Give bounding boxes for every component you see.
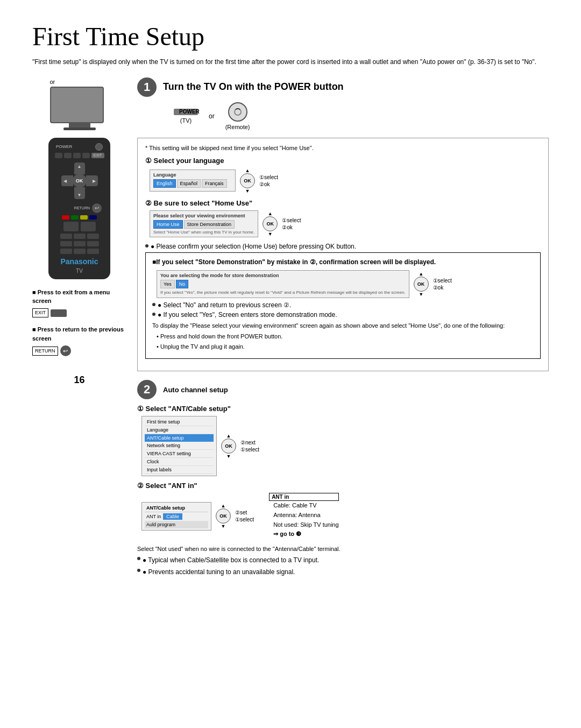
- ant-in-screen-title: ANT/Cable setup: [145, 504, 208, 512]
- cable-value: Cable: [163, 513, 182, 520]
- lang-english[interactable]: English: [153, 179, 176, 188]
- lang-nav: ▲ OK ▼: [240, 168, 255, 194]
- ant-in-ok-button[interactable]: OK: [216, 508, 231, 524]
- homeuse-select-ok-labels: ①select ②ok: [282, 217, 301, 230]
- menu-item-input-labels: Input labels: [145, 466, 214, 474]
- store-demo-note: If you select "Yes", the picture mode wi…: [160, 290, 406, 295]
- dpad-right[interactable]: ▶: [86, 175, 98, 186]
- ant-next-label: ②next: [240, 440, 259, 446]
- yes-option[interactable]: Yes: [160, 280, 175, 288]
- remote-brand: Panasonic: [60, 257, 98, 266]
- sub-step-homeuse: ② Be sure to select "Home Use" Please se…: [145, 199, 541, 237]
- sub-step-ant-cable-title: ① Select "ANT/Cable setup": [137, 405, 549, 413]
- indent-1: • Press and hold down the front POWER bu…: [157, 333, 534, 341]
- lang-francais[interactable]: Français: [202, 179, 227, 188]
- auto-program-row: Auld program: [145, 521, 208, 528]
- no-option[interactable]: No: [176, 280, 189, 288]
- remote-btn-m1[interactable]: [60, 234, 72, 239]
- sub-step-ant-in: ② Select "ANT in" ANT/Cable setup ANT in…: [137, 482, 549, 539]
- power-illustrations: POWER (TV) or (Remote): [163, 102, 549, 130]
- store-up-arrow-icon: ▲: [419, 271, 423, 277]
- remote-mid-row: [53, 234, 106, 239]
- lang-ok-button[interactable]: OK: [240, 173, 255, 188]
- step2-header: 2 Auto channel setup: [137, 380, 549, 399]
- remote-power-btn-illus: (Remote): [225, 102, 250, 130]
- remote-bottom-row: [53, 249, 106, 254]
- intro-text: "First time setup" is displayed only whe…: [32, 58, 549, 67]
- remote-btn-4[interactable]: [82, 153, 90, 158]
- dpad-left[interactable]: ◀: [61, 175, 73, 186]
- remote-btn-m3[interactable]: [87, 234, 99, 239]
- homeuse-up-arrow-icon: ▲: [268, 211, 273, 216]
- store-demo-screen-title: You are selecting the mode for store dem…: [160, 273, 406, 278]
- yellow-button[interactable]: [80, 215, 88, 220]
- exit-box-label: EXIT: [32, 308, 48, 318]
- red-button[interactable]: [62, 215, 69, 220]
- store-bullet2-text: ● If you select "Yes", Screen enters sto…: [158, 311, 337, 319]
- dpad-down[interactable]: ▼: [74, 187, 85, 199]
- remote-btn-l3[interactable]: [87, 241, 99, 246]
- right-arrow-icon: ▶: [93, 178, 96, 183]
- power-word: POWER: [179, 109, 200, 115]
- store-ok-button[interactable]: OK: [414, 277, 429, 292]
- tv-stand: [69, 123, 90, 128]
- language-mockup-row: Language English Español Français ▲ OK ▼: [150, 168, 541, 194]
- dpad-up[interactable]: ▲: [74, 162, 85, 174]
- green-button[interactable]: [71, 215, 79, 220]
- step1-title: Turn the TV On with the POWER button: [163, 81, 344, 93]
- return-note-content: RETURN ↩: [32, 344, 126, 356]
- ok-button[interactable]: OK: [73, 174, 87, 188]
- or-label-power: or: [209, 112, 215, 120]
- remote-btn-1[interactable]: [55, 153, 62, 158]
- remote-control: POWER EXIT ▲ ▼ ◀ ▶ OK RETURN: [48, 138, 110, 279]
- remote-btn-l1[interactable]: [60, 241, 72, 246]
- menu-item-ant-cable[interactable]: ANT/Cable setup: [145, 434, 214, 442]
- blue-button[interactable]: [89, 215, 97, 220]
- ant-cable-ok-button[interactable]: OK: [221, 439, 236, 454]
- exit-label-btn[interactable]: EXIT: [91, 153, 104, 158]
- return-label: RETURN: [74, 206, 90, 210]
- language-screen: Language English Español Français: [150, 169, 236, 192]
- store-bullet1-text: ● Select "No" and return to previous scr…: [158, 301, 291, 309]
- remote-btn-3[interactable]: [73, 153, 81, 158]
- remote-btn-b3[interactable]: [87, 249, 99, 254]
- indent-2: • Unplug the TV and plug it again.: [157, 343, 534, 351]
- homeuse-screen-title: Please select your viewing environment: [153, 213, 254, 218]
- tv-base: [63, 128, 96, 130]
- down-arrow-icon: ▼: [77, 193, 82, 197]
- return-button[interactable]: ↩: [92, 203, 102, 213]
- ant-in-label: ANT in: [146, 514, 161, 519]
- bottom-note3: ● Prevents accidental tuning to an unava…: [143, 567, 295, 577]
- remote-btn-l2[interactable]: [74, 241, 86, 246]
- remote-top-buttons: EXIT: [53, 153, 106, 158]
- homeuse-nav: ▲ OK ▼: [263, 211, 278, 237]
- cable-options: Cable: Cable TV Antenna: Antenna Not use…: [273, 501, 338, 539]
- sub-step-language-title: ① Select your language: [145, 157, 541, 165]
- auto-program-label: Auld program: [146, 522, 175, 527]
- remote-btn-b2[interactable]: [74, 249, 86, 254]
- dpad: ▲ ▼ ◀ ▶ OK: [61, 162, 98, 199]
- ant-in-select-label: ①select: [235, 517, 254, 522]
- remote-btn-2[interactable]: [64, 153, 72, 158]
- ant-in-labels: ②set ①select: [235, 510, 254, 522]
- homeuse-ok-button[interactable]: OK: [263, 216, 278, 231]
- not-used-option: Not used: Skip TV tuning: [273, 520, 338, 530]
- store-demo-option[interactable]: Store Demonstration: [184, 220, 235, 229]
- lang-espanol[interactable]: Español: [177, 179, 201, 188]
- step1-header: 1 Turn the TV On with the POWER button: [137, 77, 549, 97]
- bottom-notes: Select "Not used" when no wire is connec…: [137, 545, 549, 577]
- return-button-image: ↩: [60, 345, 71, 356]
- ant-cable-mockup-row: First time setup Language ANT/Cable setu…: [141, 416, 549, 476]
- remote-btn-m2[interactable]: [74, 234, 86, 239]
- settings-box: * This setting will be skipped next time…: [137, 138, 549, 372]
- go-to-3: ⇒ go to ❸: [273, 529, 338, 539]
- bullet-dot-4: [137, 557, 140, 560]
- right-column: 1 Turn the TV On with the POWER button P…: [137, 77, 549, 579]
- homeuse-option[interactable]: Home Use: [153, 220, 183, 229]
- remote-btn-b1[interactable]: [60, 249, 72, 254]
- remote-power-button-shape: [228, 102, 247, 122]
- exit-note-content: EXIT: [32, 307, 126, 318]
- remote-power-button[interactable]: [95, 143, 103, 151]
- large-btn-2[interactable]: [81, 222, 96, 231]
- large-btn-1[interactable]: [63, 222, 79, 231]
